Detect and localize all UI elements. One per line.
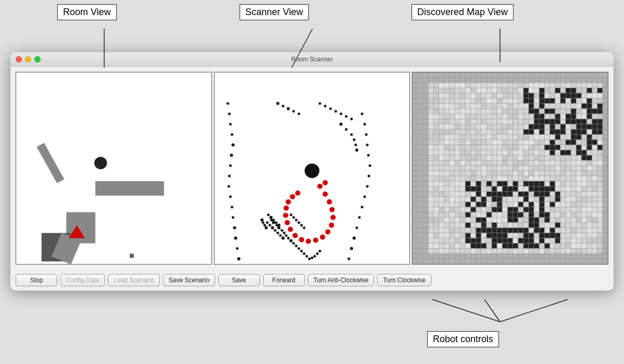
save-button[interactable]: Save [218,274,260,286]
minimize-button[interactable] [25,56,31,62]
stop-button[interactable]: Stop [16,274,57,286]
svg-line-5 [500,299,568,322]
window-title: Room Scanner [291,56,333,63]
scanner-view-panel [214,72,410,265]
traffic-lights [16,56,41,62]
map-view-canvas [413,72,608,264]
room-view-label: Room View [57,4,117,20]
scanner-view-label: Scanner View [240,4,309,20]
turn-anti-clockwise-button[interactable]: Turn Anti-Clockwise [308,274,375,286]
room-view-panel [16,72,212,265]
map-view-panel [412,72,608,265]
maximize-button[interactable] [34,56,41,62]
load-scenario-button[interactable]: Load Scenario [108,274,159,286]
scanner-view-canvas [215,72,410,264]
titlebar: Room Scanner [10,52,614,67]
svg-line-4 [484,299,500,322]
button-bar: Stop Config Data Load Scenario Save Scen… [10,270,614,291]
robot-controls-label: Robot controls [427,331,499,347]
save-scenario-button[interactable]: Save Scenario [163,274,215,286]
map-view-label: Discovered Map View [411,4,514,20]
svg-line-3 [432,299,500,322]
main-content [10,67,614,270]
close-button[interactable] [16,56,22,62]
forward-button[interactable]: Forward [263,274,305,286]
macos-window: Room Scanner Stop Config Data Load Scena… [10,52,614,291]
config-data-button[interactable]: Config Data [60,274,105,286]
outer-wrapper: Room View Scanner View Discovered Map Vi… [0,0,624,364]
room-view-canvas [16,72,211,264]
turn-clockwise-button[interactable]: Turn Clockwise [377,274,431,286]
